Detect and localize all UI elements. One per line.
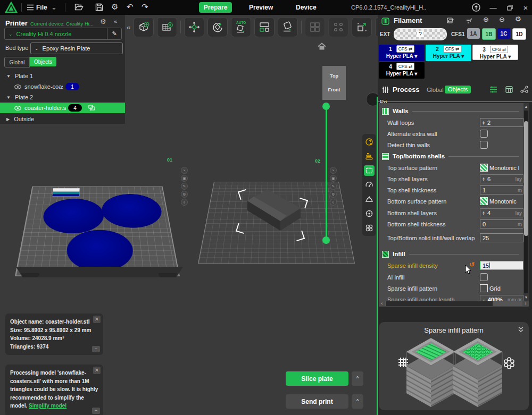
auto-orient-button[interactable]: AUTO	[231, 17, 251, 37]
filament-material[interactable]: Hyper PLA ▾	[473, 53, 518, 60]
settings-vertical-scrollbar[interactable]: ▲ ▼	[523, 103, 529, 301]
cfs-slot-1b[interactable]: 1B	[482, 28, 496, 40]
nozzle-select[interactable]: ⌄ Creality Hi 0.4 nozzle ✎	[4, 28, 122, 40]
minimize-button[interactable]: —	[486, 0, 501, 15]
tree-item-snowflake[interactable]: snowflake-coas 1	[0, 81, 125, 92]
scrollbar-thumb[interactable]	[524, 121, 528, 236]
stepper-carets-icon[interactable]: ▲▼	[482, 121, 485, 125]
menu-icon[interactable]	[27, 4, 34, 11]
filament-material[interactable]: Hyper PLA ▾	[426, 53, 471, 60]
model-snowflake-coaster[interactable]	[41, 199, 104, 233]
tab-preview[interactable]: Preview	[244, 2, 278, 13]
cfs-slot-1c[interactable]: 1C	[497, 28, 510, 39]
arrange-all-button[interactable]	[305, 17, 325, 37]
stepper-carets-icon[interactable]: ▲▼	[482, 177, 485, 181]
filament-sync-icon[interactable]	[447, 17, 454, 24]
view-orientation-cube[interactable]: Top Front	[322, 66, 346, 100]
ext-filament-pill[interactable]: ?	[394, 28, 447, 40]
collapse-panel-icon[interactable]: «	[114, 18, 117, 24]
section-infill[interactable]: Infill	[379, 249, 521, 259]
filament-material[interactable]: Hyper PLA ▾	[379, 53, 425, 60]
filament-settings-gear-icon[interactable]: ⚙	[515, 15, 521, 23]
delete-plate-icon[interactable]: ×	[181, 167, 188, 174]
slice-options-button[interactable]: ^	[352, 371, 363, 386]
close-icon[interactable]: ✕	[93, 367, 101, 374]
settings-horizontal-scrollbar[interactable]: ‹ ›	[379, 301, 529, 307]
filament-material[interactable]: Hyper PLA ▾	[379, 70, 425, 77]
visibility-eye-icon[interactable]	[14, 106, 21, 111]
collapse-toolbar-icon[interactable]: «	[127, 23, 130, 31]
cfs-sync-chip[interactable]: CFS⇄	[396, 45, 414, 53]
save-icon[interactable]	[95, 3, 103, 11]
cfs-sync-chip[interactable]: CFS⇄	[443, 45, 461, 53]
model-snowflake-coaster[interactable]	[102, 194, 164, 227]
model-snowflake-coaster[interactable]	[65, 230, 135, 272]
move-tool-button[interactable]	[184, 17, 204, 37]
bed-type-select[interactable]: ⌄ Epoxy Resin Plate	[30, 43, 123, 54]
visibility-eye-icon[interactable]	[14, 84, 21, 89]
sparse-infill-density-input[interactable]: 15	[480, 261, 523, 270]
category-others-icon[interactable]	[364, 223, 375, 233]
settings-gear-icon[interactable]: ⚙	[111, 2, 118, 12]
scale-tool-button[interactable]	[352, 17, 372, 37]
tab-device[interactable]: Device	[290, 2, 322, 13]
model-coaster-holder[interactable]	[236, 175, 310, 242]
panel-collapse-handle[interactable]	[366, 92, 378, 106]
sparse-infill-anchor-select[interactable]: ⌄ 400% mm or	[480, 295, 523, 301]
scroll-down-icon[interactable]: ▼	[523, 294, 529, 301]
top-shell-thickness-input[interactable]: 1 m	[480, 185, 523, 194]
height-slider-track[interactable]	[326, 106, 327, 240]
cfs-sync-chip[interactable]: CFS⇄	[490, 46, 508, 53]
process-list-view-icon[interactable]	[489, 86, 497, 93]
remove-filament-icon[interactable]: ⊖	[499, 15, 505, 23]
close-button[interactable]: ×	[518, 0, 532, 15]
category-cooling-icon[interactable]	[364, 208, 375, 219]
detect-thin-walls-checkbox[interactable]	[480, 141, 488, 149]
move-plate-icon[interactable]: ⇩	[181, 199, 188, 206]
section-shells[interactable]: Top/bottom shells	[379, 151, 521, 162]
scroll-left-icon[interactable]: ‹	[379, 301, 385, 307]
tree-expand-icon[interactable]: ▼	[6, 95, 11, 100]
send-print-button[interactable]: Send print	[286, 394, 348, 409]
tree-item-coaster-holder-selected[interactable]: coaster-holder.s 4	[0, 103, 125, 113]
cfs-sync-chip[interactable]: CFS⇄	[396, 63, 414, 70]
tab-prepare[interactable]: Prepare	[199, 2, 232, 13]
bottom-shell-thickness-input[interactable]: 0 m	[480, 219, 523, 228]
add-model-button[interactable]	[134, 17, 154, 37]
alternate-extra-wall-checkbox[interactable]	[480, 130, 488, 138]
height-slider-bottom-knob[interactable]	[322, 236, 330, 244]
view-cube-top-face[interactable]: Top	[322, 66, 346, 79]
process-table-view-icon[interactable]	[505, 86, 513, 93]
delete-plate-icon[interactable]: ×	[330, 167, 337, 174]
file-menu[interactable]: File	[36, 4, 47, 11]
undo-icon[interactable]: ↶	[127, 2, 134, 12]
plate-settings-icon[interactable]: ⚙	[330, 191, 337, 198]
scroll-right-icon[interactable]: ›	[522, 301, 529, 307]
process-global-tab[interactable]: Global	[427, 87, 444, 93]
filament-slot-2[interactable]: 2 CFS⇄ Hyper PLA ▾	[426, 45, 471, 61]
cfs-slot-1a[interactable]: 1A	[467, 28, 480, 39]
scrollbar-track[interactable]	[385, 301, 522, 306]
cloud-upload-icon[interactable]	[471, 3, 481, 12]
printer-settings-gear-icon[interactable]: ⚙	[100, 18, 106, 26]
send-options-button[interactable]: ^	[352, 394, 363, 409]
category-support-icon[interactable]	[364, 194, 375, 205]
wall-loops-stepper[interactable]: ▲▼ 2	[480, 118, 523, 127]
category-filament-icon[interactable]	[364, 137, 375, 147]
category-speed-icon[interactable]	[364, 180, 375, 190]
split-object-button[interactable]	[254, 17, 275, 37]
edit-plate-name-icon[interactable]: ✎	[330, 183, 337, 190]
bottom-surface-pattern-select[interactable]: Monotonic	[480, 197, 523, 206]
view-cube-front-face[interactable]: Front	[322, 79, 346, 92]
panel-resize-handle[interactable]	[377, 97, 378, 415]
rotate-tool-button[interactable]	[207, 17, 228, 37]
minimize-toast-button[interactable]: −	[92, 346, 100, 352]
tree-plate-1-row[interactable]: ▼ Plate 1	[0, 71, 125, 81]
tree-expand-icon[interactable]: ▼	[6, 74, 11, 79]
slice-plate-button[interactable]: Slice plate	[286, 371, 348, 386]
chevron-down-icon[interactable]: ⌄	[51, 3, 57, 11]
home-view-icon[interactable]	[318, 43, 326, 50]
paint-icon[interactable]	[88, 105, 96, 111]
bottom-shell-layers-stepper[interactable]: ▲▼ 4 lay	[480, 208, 523, 217]
filament-slot-1[interactable]: 1 CFS⇄ Hyper PLA ▾	[379, 45, 425, 61]
